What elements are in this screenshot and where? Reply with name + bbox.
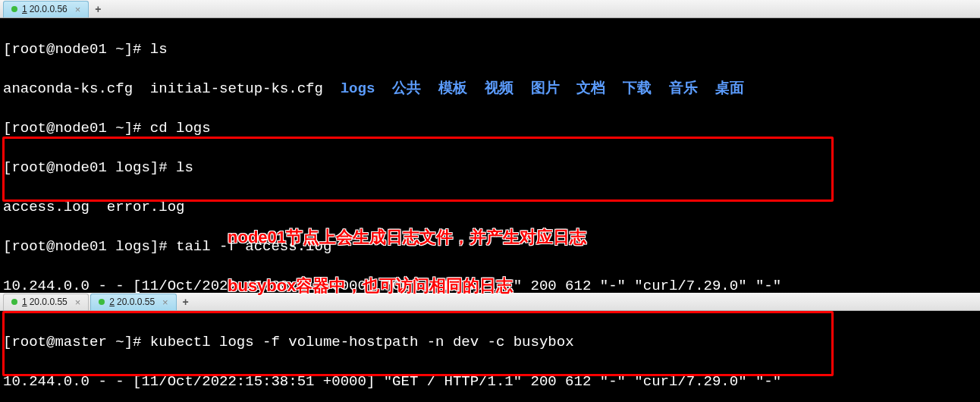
terminal-master[interactable]: [root@master ~]# kubectl logs -f volume-…: [0, 311, 980, 402]
command: ls: [150, 41, 168, 58]
terminal-node01[interactable]: [root@node01 ~]# ls anaconda-ks.cfg init…: [0, 18, 980, 293]
command: kubectl logs -f volume-hostpath -n dev -…: [150, 334, 574, 350]
add-tab-button[interactable]: +: [90, 2, 105, 17]
ls-output: access.log error.log: [3, 197, 977, 217]
tab-top-1[interactable]: 120.0.0.56 ×: [3, 1, 89, 17]
annotation-1: node01节点上会生成日志文件，并产生对应日志: [228, 228, 586, 247]
prompt: [root@node01 ~]#: [3, 41, 150, 58]
tab-label: 120.0.0.56: [22, 4, 68, 14]
command: ls: [176, 159, 193, 176]
command: cd logs: [150, 120, 211, 137]
prompt: [root@node01 logs]#: [3, 159, 176, 176]
log-line: 10.244.0.0 - - [11/Oct/2022:15:38:51 +00…: [3, 372, 977, 391]
tab-bar-top: 120.0.0.56 × +: [0, 0, 980, 18]
prompt: [root@node01 logs]#: [3, 238, 176, 255]
ls-output: anaconda-ks.cfg initial-setup-ks.cfg log…: [3, 79, 977, 99]
status-dot-icon: [11, 6, 17, 12]
close-icon[interactable]: ×: [75, 4, 81, 15]
annotation-2: busybox容器中，也可访问相同的日志: [228, 276, 513, 296]
prompt: [root@node01 ~]#: [3, 120, 150, 137]
prompt: [root@master ~]#: [3, 334, 150, 350]
